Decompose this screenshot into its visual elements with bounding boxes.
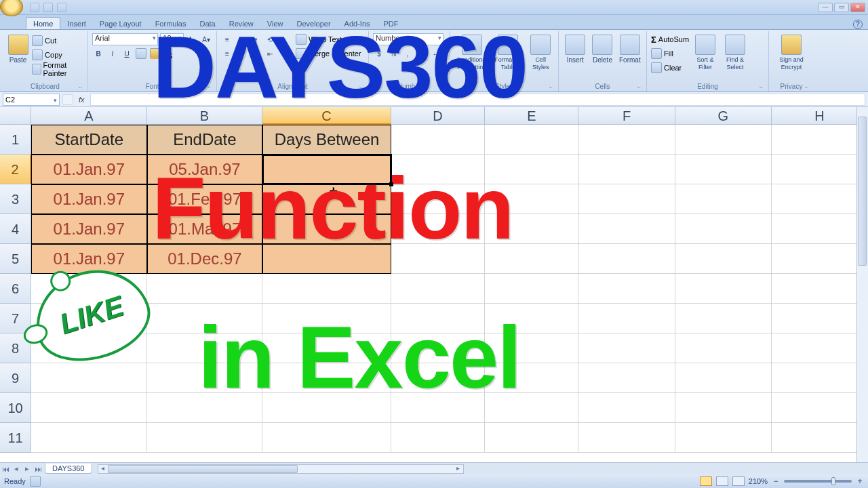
macro-record-icon[interactable] (30, 476, 41, 487)
office-button[interactable] (0, 0, 23, 16)
cell-B6[interactable] (147, 274, 263, 304)
tab-data[interactable]: Data (193, 18, 222, 29)
sort-filter-button[interactable]: Sort & Filter (692, 33, 719, 82)
cell-B7[interactable] (147, 304, 263, 333)
number-format-select[interactable]: Number (373, 33, 443, 45)
decrease-indent-button[interactable]: ⇤ (264, 47, 276, 60)
cell-B4[interactable]: 01.Mar.97 (147, 214, 263, 244)
cell-E5[interactable] (485, 244, 578, 274)
cell-G3[interactable] (675, 184, 772, 214)
cell-E9[interactable] (485, 363, 578, 393)
sheet-nav-next[interactable]: ▸ (22, 464, 33, 473)
cell-A10[interactable] (31, 393, 147, 423)
cell-A4[interactable]: 01.Jan.97 (31, 214, 147, 244)
cell-B8[interactable] (147, 333, 263, 363)
cell-A2[interactable]: 01.Jan.97 (31, 155, 147, 184)
font-color-button[interactable]: A (163, 47, 176, 60)
tab-addins[interactable]: Add-Ins (338, 18, 377, 29)
underline-button[interactable]: U (121, 47, 133, 60)
cell-C10[interactable] (262, 393, 391, 423)
formula-input[interactable] (90, 94, 865, 106)
cell-G2[interactable] (675, 155, 772, 184)
font-size-select[interactable]: 10 (160, 33, 184, 45)
cell-F6[interactable] (578, 274, 675, 304)
row-header-2[interactable]: 2 (0, 155, 31, 184)
cell-A11[interactable] (31, 423, 147, 453)
cell-E2[interactable] (485, 155, 578, 184)
name-box[interactable]: C2 (3, 94, 60, 106)
column-header-E[interactable]: E (485, 107, 578, 125)
find-select-button[interactable]: Find & Select (722, 33, 749, 82)
cell-F10[interactable] (578, 393, 675, 423)
row-header-6[interactable]: 6 (0, 274, 31, 304)
cut-button[interactable]: Cut (32, 34, 83, 47)
cell-H10[interactable] (772, 393, 868, 423)
cell-C7[interactable] (262, 304, 391, 333)
wrap-text-button[interactable]: Wrap Text (296, 33, 361, 46)
cell-A3[interactable]: 01.Jan.97 (31, 184, 147, 214)
cell-H1[interactable] (772, 125, 868, 155)
cell-H9[interactable] (772, 363, 868, 393)
fx-cancel-icon[interactable] (62, 94, 73, 105)
currency-button[interactable]: $ (373, 47, 385, 60)
cell-D7[interactable] (391, 304, 485, 333)
qat-save-icon[interactable] (30, 3, 39, 12)
cell-D11[interactable] (391, 423, 485, 453)
align-right-button[interactable]: ≡ (250, 47, 262, 60)
cell-H6[interactable] (772, 274, 868, 304)
column-header-B[interactable]: B (147, 107, 263, 125)
cell-E10[interactable] (485, 393, 578, 423)
view-normal-button[interactable] (700, 476, 712, 486)
format-as-table-button[interactable]: Format as Table (492, 33, 525, 82)
cell-D1[interactable] (391, 125, 485, 155)
cell-C6[interactable] (262, 274, 391, 304)
italic-button[interactable]: I (106, 47, 119, 60)
align-bottom-button[interactable]: ≡ (250, 33, 262, 45)
cell-H11[interactable] (772, 423, 868, 453)
row-header-3[interactable]: 3 (0, 184, 31, 214)
cell-styles-button[interactable]: Cell Styles (527, 33, 554, 82)
cell-B10[interactable] (147, 393, 263, 423)
comma-button[interactable]: , (401, 47, 414, 60)
cell-B3[interactable]: 01.Feb.97 (147, 184, 263, 214)
fill-color-button[interactable] (149, 47, 161, 60)
cell-H7[interactable] (772, 304, 868, 333)
cell-F2[interactable] (579, 155, 675, 184)
row-header-7[interactable]: 7 (0, 304, 31, 333)
sheet-nav-prev[interactable]: ◂ (11, 464, 22, 473)
cell-D4[interactable] (391, 214, 485, 244)
column-header-H[interactable]: H (772, 107, 868, 125)
cell-H4[interactable] (772, 214, 868, 244)
column-header-C[interactable]: C (262, 107, 391, 125)
decrease-decimal-button[interactable]: ←.0 (431, 47, 445, 60)
cell-C4[interactable] (262, 214, 391, 244)
cell-F7[interactable] (578, 304, 675, 333)
minimize-button[interactable]: — (818, 3, 833, 12)
fx-icon[interactable]: fx (76, 96, 87, 104)
cell-C3[interactable] (262, 184, 391, 214)
cell-D8[interactable] (391, 333, 485, 363)
conditional-formatting-button[interactable]: Conditional Formatting (454, 33, 490, 82)
cell-G4[interactable] (675, 214, 772, 244)
select-all-corner[interactable] (0, 107, 31, 125)
cell-F5[interactable] (579, 244, 675, 274)
sheet-nav-last[interactable]: ⏭ (33, 465, 43, 473)
cell-E6[interactable] (485, 274, 578, 304)
qat-redo-icon[interactable] (57, 3, 66, 12)
cell-B11[interactable] (147, 423, 263, 453)
cell-B5[interactable]: 01.Dec.97 (147, 244, 263, 274)
cell-H5[interactable] (772, 244, 868, 274)
border-button[interactable] (135, 47, 147, 60)
cell-G10[interactable] (675, 393, 772, 423)
format-painter-button[interactable]: Format Painter (32, 62, 83, 76)
cell-D2[interactable] (391, 155, 485, 184)
row-header-1[interactable]: 1 (0, 125, 31, 155)
cell-A9[interactable] (31, 363, 147, 393)
cell-E1[interactable] (485, 125, 578, 155)
cell-B2[interactable]: 05.Jan.97 (147, 155, 263, 184)
column-header-A[interactable]: A (31, 107, 147, 125)
delete-cells-button[interactable]: Delete (590, 33, 614, 82)
cell-H8[interactable] (772, 333, 868, 363)
paste-button[interactable]: Paste (7, 33, 29, 82)
row-header-9[interactable]: 9 (0, 363, 31, 393)
